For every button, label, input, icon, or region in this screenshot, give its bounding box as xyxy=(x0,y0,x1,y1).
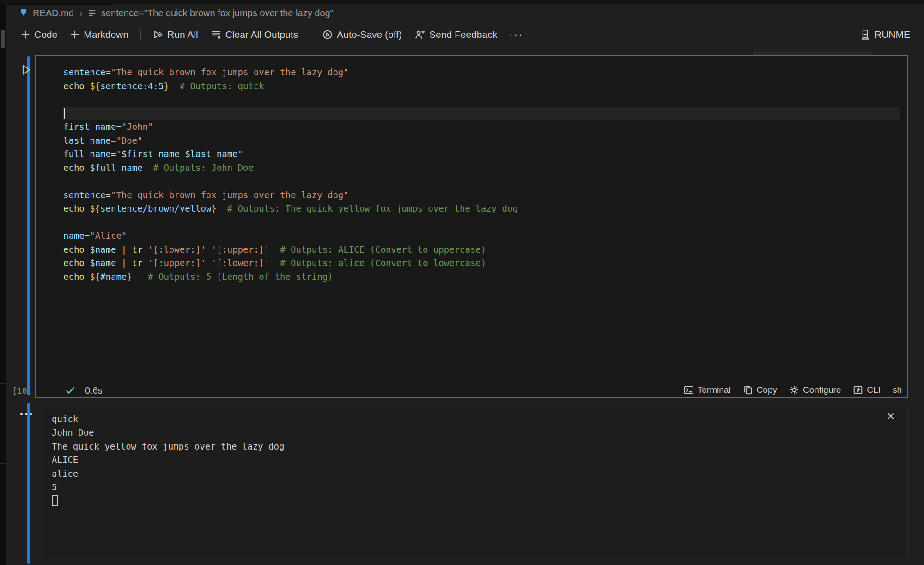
code-line[interactable]: echo $name | tr '[:upper:]' '[:lower:]' … xyxy=(63,256,900,270)
divider xyxy=(0,463,6,464)
send-feedback-button[interactable]: Send Feedback xyxy=(410,26,502,43)
output-line: quick xyxy=(52,413,284,426)
output-line: 5 xyxy=(52,480,284,494)
code-line[interactable]: echo ${sentence/brown/yellow} # Outputs:… xyxy=(63,202,900,216)
copy-button[interactable]: Copy xyxy=(743,385,777,395)
run-all-button[interactable]: Run All xyxy=(148,26,203,43)
toolbar-divider xyxy=(140,29,141,40)
cell-output: × quickJohn DoeThe quick yellow fox jump… xyxy=(44,407,908,557)
activity-strip xyxy=(0,4,6,565)
close-output-icon[interactable]: × xyxy=(887,410,894,423)
run-cell-button[interactable] xyxy=(19,63,33,77)
run-all-icon xyxy=(153,30,163,40)
code-line[interactable] xyxy=(63,216,900,230)
cell-status-left: 0.6s xyxy=(65,385,103,396)
output-line: John Doe xyxy=(52,426,284,439)
execution-duration: 0.6s xyxy=(85,385,103,396)
toolbar-divider xyxy=(310,29,310,40)
breadcrumb-section[interactable]: sentence="The quick brown fox jumps over… xyxy=(101,8,334,18)
clear-outputs-icon xyxy=(211,30,221,40)
breadcrumb-separator: › xyxy=(79,7,84,18)
output-line: ALICE xyxy=(52,453,284,467)
success-check-icon xyxy=(65,385,76,396)
terminal-button[interactable]: Terminal xyxy=(684,385,731,395)
plus-icon xyxy=(21,30,30,39)
code-line[interactable]: name="Alice" xyxy=(63,229,900,243)
code-line[interactable]: full_name="$first_name $last_name" xyxy=(63,147,900,161)
markdown-file-icon xyxy=(19,8,28,18)
runme-brand: RUNME xyxy=(860,21,910,48)
output-selection-bar[interactable] xyxy=(27,403,30,564)
code-line[interactable]: sentence="The quick brown fox jumps over… xyxy=(63,188,900,202)
breadcrumb: READ.md › sentence="The quick brown fox … xyxy=(6,5,924,21)
runme-notebook-window: { "breadcrumb": { "file": "READ.md", "se… xyxy=(0,0,924,565)
code-line[interactable] xyxy=(63,175,900,188)
auto-save-toggle[interactable]: Auto-Save (off) xyxy=(318,26,407,43)
scrollbar-thumb[interactable] xyxy=(1,30,5,48)
code-line[interactable] xyxy=(63,107,900,121)
code-line[interactable]: echo ${sentence:4:5} # Outputs: quick xyxy=(63,79,900,93)
add-markdown-cell-button[interactable]: Markdown xyxy=(66,26,133,43)
runme-logo-icon xyxy=(860,29,870,40)
divider xyxy=(0,304,6,304)
window-top-edge xyxy=(0,0,924,4)
code-line[interactable]: sentence="The quick brown fox jumps over… xyxy=(63,66,900,79)
breadcrumb-file[interactable]: READ.md xyxy=(33,8,74,18)
plus-icon xyxy=(70,30,79,39)
output-line: alice xyxy=(52,467,284,480)
cli-button[interactable]: CLI xyxy=(853,385,881,395)
code-line[interactable]: first_name="John" xyxy=(63,120,900,134)
code-line[interactable] xyxy=(63,93,900,107)
notebook-toolbar: Code Markdown Run All Clear All Outputs … xyxy=(6,21,924,48)
code-cell[interactable]: sentence="The quick brown fox jumps over… xyxy=(35,55,908,398)
code-line[interactable]: echo ${#name} # Outputs: 5 (Length of th… xyxy=(63,270,900,284)
code-line[interactable]: last_name="Doe" xyxy=(63,134,900,148)
add-code-cell-button[interactable]: Code xyxy=(16,26,62,43)
configure-button[interactable]: Configure xyxy=(789,385,841,395)
code-line[interactable]: echo $name | tr '[:lower:]' '[:upper:]' … xyxy=(63,243,900,257)
output-line: The quick yellow fox jumps over the lazy… xyxy=(52,440,284,453)
toolbar-more-button[interactable]: ··· xyxy=(505,29,527,41)
output-lines: quickJohn DoeThe quick yellow fox jumps … xyxy=(52,413,284,506)
output-more-actions-button[interactable] xyxy=(20,413,32,415)
terminal-cursor xyxy=(52,495,58,506)
code-line[interactable]: echo $full_name # Outputs: John Doe xyxy=(63,161,900,175)
code-lines: sentence="The quick brown fox jumps over… xyxy=(63,66,900,284)
symbol-list-icon xyxy=(88,9,97,17)
execution-count: [10] xyxy=(12,386,32,395)
play-circle-icon xyxy=(322,30,333,40)
text-cursor xyxy=(64,108,65,119)
divider xyxy=(0,383,6,384)
cell-language-indicator[interactable]: sh xyxy=(893,385,902,395)
feedback-person-icon xyxy=(415,30,425,40)
cell-status-right: Terminal Copy Configure CLI sh xyxy=(684,385,902,395)
cell-selection-bar[interactable] xyxy=(27,56,30,395)
clear-all-outputs-button[interactable]: Clear All Outputs xyxy=(207,26,303,43)
